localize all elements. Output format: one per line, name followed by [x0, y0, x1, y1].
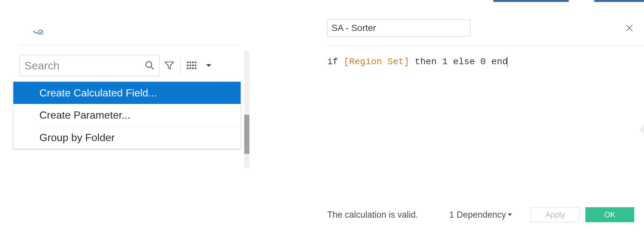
calculation-editor: if [Region Set] then 1 else 0 end The ca… — [321, 0, 644, 232]
text-cursor — [507, 57, 508, 67]
close-button[interactable] — [624, 23, 634, 33]
formula-token: then 1 else 0 end — [409, 57, 508, 67]
menu-item-label: Create Calculated Field... — [39, 87, 157, 99]
button-label: OK — [604, 210, 616, 219]
validation-status: The calculation is valid. — [327, 210, 418, 220]
svg-rect-5 — [192, 62, 194, 63]
search-icon — [145, 61, 155, 70]
search-input[interactable]: Search — [20, 55, 160, 76]
svg-rect-11 — [187, 67, 189, 69]
ok-button[interactable]: OK — [585, 207, 634, 222]
chevron-down-icon — [508, 213, 512, 216]
menu-item-label: Create Parameter... — [39, 109, 130, 121]
svg-rect-7 — [187, 65, 189, 66]
search-placeholder: Search — [24, 59, 60, 72]
editor-footer: The calculation is valid. 1 Dependency A… — [327, 207, 634, 222]
svg-rect-6 — [195, 62, 196, 63]
scrollbar-thumb[interactable] — [244, 115, 249, 154]
svg-rect-12 — [189, 67, 191, 69]
formula-field-token: [Region Set] — [343, 57, 409, 67]
menu-item-create-parameter[interactable]: Create Parameter... — [13, 104, 241, 126]
svg-rect-13 — [192, 67, 194, 69]
button-label: Apply — [545, 210, 565, 219]
separator — [180, 57, 181, 74]
formula-token: if — [327, 57, 343, 67]
menu-dropdown-button[interactable] — [202, 58, 216, 73]
expand-handle[interactable] — [639, 124, 644, 136]
filter-icon[interactable] — [162, 58, 176, 73]
active-tab-indicator — [594, 0, 644, 2]
formula-editor[interactable]: if [Region Set] then 1 else 0 end — [327, 55, 637, 68]
svg-point-1 — [146, 62, 152, 67]
editor-header — [327, 20, 634, 36]
menu-item-label: Group by Folder — [39, 132, 115, 144]
datasource-indicator — [33, 27, 44, 35]
svg-rect-9 — [192, 65, 194, 66]
svg-rect-3 — [187, 62, 189, 63]
context-menu: Create Calculated Field... Create Parame… — [13, 81, 241, 149]
svg-rect-10 — [195, 65, 196, 66]
dependency-label: 1 Dependency — [449, 210, 506, 220]
menu-item-group-by-folder[interactable]: Group by Folder — [13, 126, 241, 149]
dependency-dropdown[interactable]: 1 Dependency — [449, 210, 512, 220]
scrollbar-track[interactable] — [244, 51, 249, 168]
svg-rect-14 — [195, 67, 196, 69]
divider — [20, 45, 238, 45]
svg-point-0 — [38, 30, 43, 35]
active-tab-indicator — [493, 0, 569, 2]
view-grid-icon[interactable] — [185, 58, 199, 73]
menu-item-create-calculated-field[interactable]: Create Calculated Field... — [13, 82, 241, 104]
svg-rect-8 — [189, 65, 191, 66]
divider — [327, 46, 644, 46]
svg-line-2 — [151, 67, 154, 69]
calc-name-input[interactable] — [327, 20, 470, 36]
apply-button[interactable]: Apply — [531, 207, 580, 222]
search-toolbar: Search — [20, 55, 216, 76]
svg-rect-4 — [189, 62, 191, 63]
